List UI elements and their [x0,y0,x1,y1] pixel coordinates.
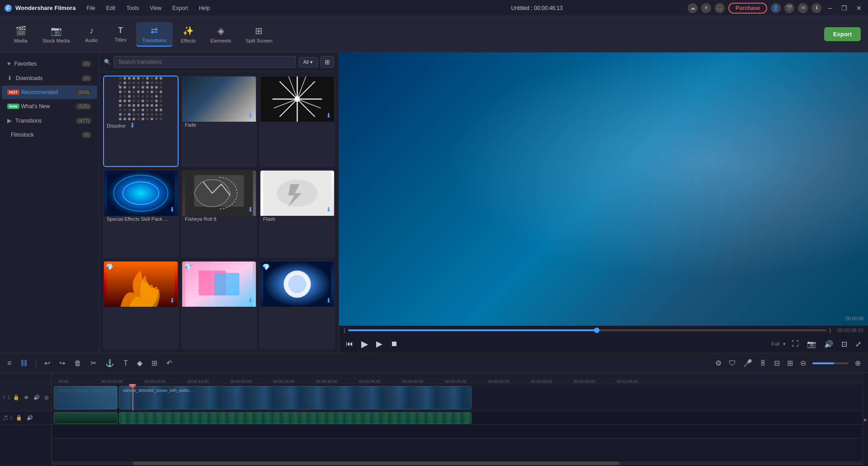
tool-effects[interactable]: ✨ Effects [175,23,202,46]
sidebar-item-transitions[interactable]: ▶ Transitions (477) [2,114,97,128]
transition-pink[interactable]: 💎 ⬇ [181,261,257,349]
scrollbar-thumb[interactable] [133,461,619,465]
settings-icon[interactable]: ⚙ [712,357,724,369]
tool-audio[interactable]: ♪ Audio [78,23,105,46]
close-button[interactable]: ✕ [854,4,864,13]
transition-fisheye[interactable]: ⬇ Fisheye Roll 8 [181,170,257,258]
transition-flash[interactable]: ⬇ Flash [259,170,335,258]
progress-handle[interactable] [594,328,599,333]
grid-view-button[interactable]: ⊞ [321,56,334,68]
minus-button[interactable]: ⊖ [797,357,809,369]
sun-icon[interactable]: ☀ [701,3,711,13]
tool-elements[interactable]: ◈ Elements [204,23,237,46]
track-lock-button[interactable]: 🔒 [12,394,21,401]
split-clip-icon[interactable]: ⊟ [771,357,783,369]
audio-clip-1[interactable] [54,412,118,424]
transition-dissolve[interactable]: for(let i=0;i<100;i++){ const d=document… [103,76,179,167]
burst-download-icon[interactable]: ⬇ [326,297,331,304]
sidebar-item-downloads[interactable]: ⬇ Downloads (0) [2,71,97,85]
tool-split-screen[interactable]: ⊞ Split Screen [239,23,278,46]
transition-rays[interactable]: ⬇ [259,76,335,167]
menu-file[interactable]: File [85,4,97,12]
sidebar-item-favorites[interactable]: ♥ Favorites (0) [2,57,97,71]
export-button[interactable]: Export [824,27,861,41]
tool-media[interactable]: 🎬 Media [7,23,34,46]
audio-mix-icon[interactable]: 🎚 [757,357,769,369]
stop-button[interactable]: ⏹ [388,339,400,349]
filter-dropdown[interactable]: All ▾ [298,57,318,67]
sidebar-item-filmstock[interactable]: Filmstock (0) [2,128,97,142]
screenshot-button[interactable]: 📷 [805,339,818,349]
crop-button[interactable]: ⊡ [839,339,849,349]
fit-button[interactable]: ⤢ [853,339,863,349]
flash-download-icon[interactable]: ⬇ [326,206,331,213]
keyframe-button[interactable]: ◆ [134,357,145,369]
play-forward-button[interactable]: ▶ [374,338,385,350]
download-icon[interactable]: ⬇ [811,3,821,13]
delete-button[interactable]: 🗑 [71,358,84,369]
mail-icon[interactable]: ✉ [798,3,808,13]
menu-help[interactable]: Help [197,4,212,12]
fire-download-icon[interactable]: ⬇ [170,297,175,304]
filmora-icon[interactable]: 🎬 [784,3,794,13]
cut-button[interactable]: ✂ [88,357,99,369]
shield-icon[interactable]: 🛡 [726,357,739,369]
text-button[interactable]: T [121,358,131,369]
playhead[interactable]: ✂ [132,384,133,411]
fisheye-download-icon[interactable]: ⬇ [248,206,253,213]
maximize-button[interactable]: ❐ [839,4,850,13]
cloud-icon[interactable]: ☁ [688,3,698,13]
chevron-down-icon[interactable]: ▾ [783,341,786,347]
video-clip-2[interactable]: sample_960x400_ocean_with_audio... [119,386,472,409]
rays-download-icon[interactable]: ⬇ [326,112,331,119]
play-pause-button[interactable]: ▶ [359,338,370,350]
tool-titles[interactable]: T Titles [107,23,134,45]
tool-stock-media[interactable]: 📷 Stock Media [36,23,76,46]
track-visible-button[interactable]: 👁 [23,395,30,401]
mic-icon[interactable]: 🎤 [741,357,755,369]
anchor-button[interactable]: ⚓ [103,357,117,369]
audio-lock-button[interactable]: 🔒 [14,414,24,421]
zoom-slider[interactable] [812,362,849,364]
transition-fire[interactable]: 💎 ⬇ [103,261,179,349]
headset-icon[interactable]: 🎧 [715,3,725,13]
track-eye-button[interactable]: ◎ [43,394,50,401]
rewind-button[interactable]: ⏮ [344,339,355,349]
minimize-button[interactable]: ─ [825,4,835,13]
purchase-button[interactable]: Purchase [728,3,767,14]
audio-clip-2[interactable] [119,412,472,424]
menu-export[interactable]: Export [170,4,190,12]
volume-button[interactable]: 🔊 [822,339,835,349]
timeline-menu-button[interactable]: ≡ [5,358,14,369]
sidebar-item-whatsnew[interactable]: New What's New (525) [2,100,97,113]
timeline-scrollbar[interactable] [52,461,863,465]
tool-titles-label: Titles [115,37,127,43]
track-mute-button[interactable]: 🔊 [32,394,41,401]
search-input[interactable] [113,56,296,68]
fade-download-icon[interactable]: ⬇ [248,112,253,119]
menu-tools[interactable]: Tools [124,4,141,12]
transition-burst[interactable]: 💎 ⬇ [259,261,335,349]
preview-progress-bar[interactable] [348,329,827,331]
transition-icon[interactable]: ⊞ [784,357,796,369]
tool-transitions[interactable]: ⇄ Transitions [136,22,173,47]
special-download-icon[interactable]: ⬇ [170,206,175,213]
user-avatar[interactable]: 👤 [771,3,781,13]
pink-download-icon[interactable]: ⬇ [248,297,253,304]
transition-fade[interactable]: ⬇ Fade [181,76,257,167]
menu-view[interactable]: View [148,4,163,12]
timeline-link-button[interactable]: ⛓ [18,358,30,369]
sidebar-item-recommended[interactable]: HOT Recommended (500) [2,86,97,99]
dissolve-download-icon[interactable]: ⬇ [130,122,135,129]
video-clip-1[interactable]: sample_960x400_ocean... [54,386,118,409]
history-button[interactable]: ↶ [164,357,175,369]
redo-button[interactable]: ↪ [57,357,68,369]
transition-special[interactable]: ⬇ Special Effects Skill Pack ... [103,170,179,258]
layout-button[interactable]: ⊞ [149,357,160,369]
plus-button[interactable]: ⊕ [852,357,863,369]
audio-mute-button[interactable]: 🔊 [25,414,34,421]
fullscreen-button[interactable]: ⛶ [789,339,801,349]
timeline-collapse[interactable]: ▶ [863,373,868,466]
undo-button[interactable]: ↩ [42,357,53,369]
menu-edit[interactable]: Edit [104,4,118,12]
